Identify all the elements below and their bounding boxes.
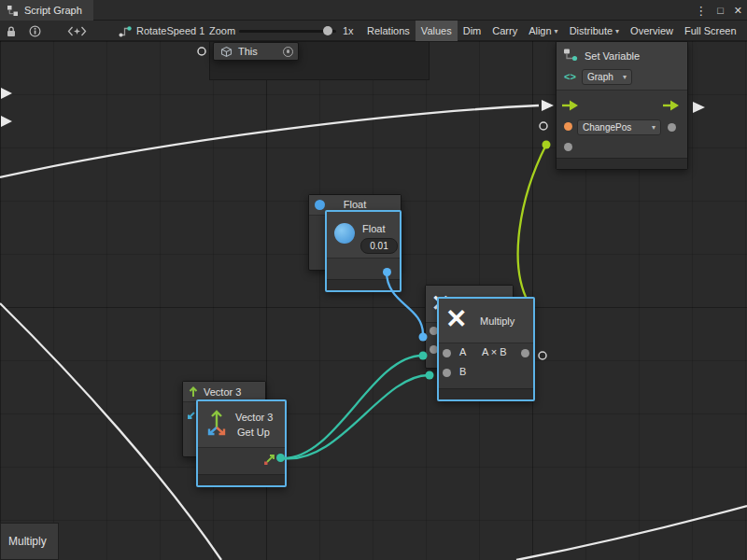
multiply-icon: ✕ (445, 306, 467, 332)
port-float-output[interactable] (383, 268, 391, 276)
tab-label: Script Graph (24, 5, 82, 16)
window-titlebar: Script Graph ⋮ □ ✕ (0, 0, 747, 21)
vector3-getup-node[interactable]: Vector 3 Get Up (196, 399, 287, 487)
port-result-label: A × B (482, 346, 507, 357)
maximize-icon[interactable]: □ (717, 5, 724, 16)
graph-toolbar: RotateSpeed 1 Zoom 1x Relations Values D… (0, 21, 747, 41)
zoom-value: 1x (343, 21, 354, 41)
chevron-down-icon: ▾ (615, 27, 619, 35)
window-controls: ⋮ □ ✕ (695, 0, 742, 21)
chevron-down-icon: ▾ (555, 27, 558, 35)
port-b-label: B (459, 366, 466, 377)
wire-endpoint-teal-b (426, 371, 434, 380)
port-b-input[interactable] (443, 369, 451, 377)
edge-arrow-right (693, 102, 705, 113)
chevron-down-icon: ▾ (652, 123, 655, 132)
tab-script-graph[interactable]: Script Graph (0, 0, 93, 21)
close-icon[interactable]: ✕ (734, 5, 742, 17)
port-vector-output[interactable] (276, 454, 285, 462)
info-icon[interactable] (29, 21, 41, 41)
edge-arrow-left-1 (1, 88, 12, 99)
port-a-input[interactable] (443, 349, 451, 357)
flow-wire-arrowhead (542, 100, 554, 111)
node-title: Vector 3 (235, 412, 273, 423)
node-subtitle: Get Up (237, 427, 270, 438)
variable-name-dropdown[interactable]: ChangePos▾ (577, 119, 661, 135)
set-variable-icon (563, 48, 578, 61)
script-graph-icon (7, 5, 19, 17)
wire-getup-to-multiply-a (282, 356, 422, 458)
flow-in-port[interactable] (562, 100, 578, 111)
lock-icon[interactable] (6, 21, 17, 41)
multiply-node[interactable]: ✕ Multiply A A × B B (437, 297, 535, 401)
float-node[interactable]: Float 0.01 (325, 210, 402, 292)
fullscreen-button[interactable]: Full Screen (679, 21, 742, 41)
wire-endpoint-green (543, 141, 551, 149)
port-a-label: A (459, 346, 466, 357)
cube-icon (220, 46, 233, 58)
wire-getup-to-multiply-b (282, 375, 429, 458)
carry-button[interactable]: Carry (486, 21, 523, 41)
port-input-value[interactable] (564, 143, 572, 151)
relations-button[interactable]: Relations (361, 21, 416, 41)
set-variable-node[interactable]: Set Variable <> Graph▾ ChangePos▾ (556, 41, 688, 170)
dim-button[interactable]: Dim (458, 21, 487, 41)
distribute-dropdown[interactable]: Distribute▾ (564, 21, 625, 41)
wire-offscreen-bottom (516, 506, 747, 560)
graph-canvas[interactable]: Float ✕ Vector 3 This Set Variable <> Gr… (0, 41, 747, 560)
port-output-value[interactable] (668, 123, 676, 132)
zoom-slider[interactable] (239, 30, 336, 33)
wire-multiply-to-setvariable (518, 145, 546, 302)
chevron-down-icon: ▾ (623, 73, 627, 81)
unconnected-port-ring (198, 48, 205, 55)
kebab-menu-icon[interactable]: ⋮ (695, 4, 707, 18)
port-variable-name[interactable] (564, 122, 572, 131)
this-label: This (238, 46, 258, 57)
node-title: Vector 3 (204, 386, 241, 398)
wire-flow-in (0, 105, 539, 177)
variable-kind-dropdown[interactable]: Graph▾ (582, 69, 632, 85)
float-value-field[interactable]: 0.01 (360, 238, 398, 254)
values-button[interactable]: Values (416, 21, 458, 41)
node-title: Set Variable (585, 50, 640, 62)
unconnected-port-ring (539, 352, 546, 359)
port-self-output[interactable] (283, 47, 293, 57)
code-insert-icon[interactable] (67, 21, 87, 41)
vector-diag-icon (186, 411, 196, 421)
toolbar-buttons: Relations Values Dim Carry Align▾ Distri… (361, 21, 742, 41)
vector3-axes-icon (205, 407, 228, 437)
zoom-slider-handle[interactable] (323, 26, 332, 35)
flow-out-port[interactable] (663, 100, 679, 111)
float-type-icon (334, 223, 355, 244)
graph-breadcrumb[interactable]: RotateSpeed 1 (119, 21, 204, 41)
align-dropdown[interactable]: Align▾ (523, 21, 563, 41)
getup-result-icon (263, 454, 275, 466)
multiply-corner-node[interactable]: Multiply (0, 523, 59, 560)
unconnected-port-ring (540, 122, 547, 130)
this-node[interactable]: This (213, 42, 299, 61)
zoom-label: Zoom (209, 21, 235, 41)
graph-name: RotateSpeed 1 (136, 25, 204, 36)
node-title: Multiply (8, 535, 47, 548)
edge-arrow-left-2 (1, 116, 12, 127)
code-icon: <> (564, 71, 576, 82)
node-title: Multiply (480, 315, 514, 327)
vector3-up-icon (188, 385, 199, 398)
node-title: Float (362, 223, 385, 234)
graph-asset-icon (119, 25, 132, 37)
overview-button[interactable]: Overview (625, 21, 679, 41)
node-title: Float (309, 199, 401, 210)
port-result-output[interactable] (521, 349, 529, 357)
